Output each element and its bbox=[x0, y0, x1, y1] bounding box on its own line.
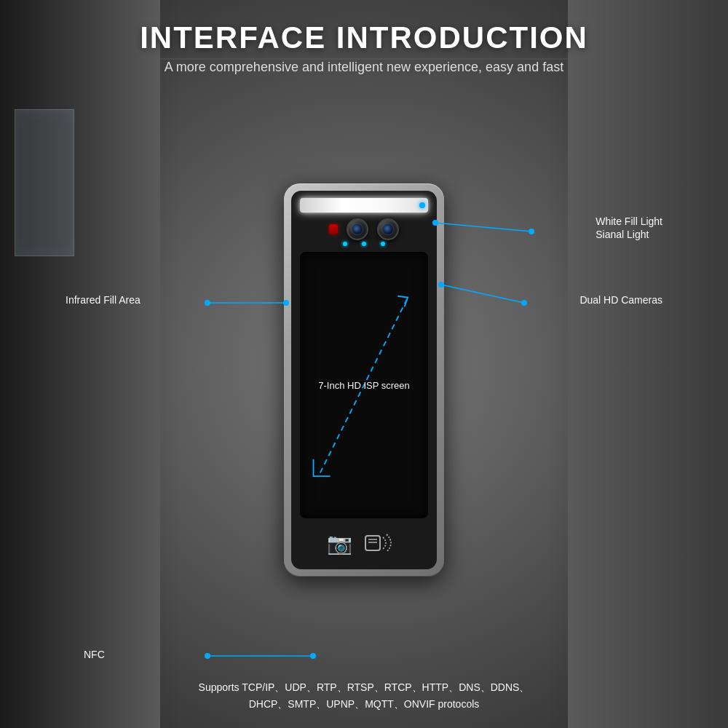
page-content: INTERFACE INTRODUCTION A more comprehens… bbox=[0, 0, 728, 728]
camera-area bbox=[300, 218, 428, 240]
device-inner: 7-Inch HD ISP screen 📷 bbox=[291, 191, 437, 569]
nfc-label: NFC bbox=[84, 649, 105, 660]
svg-point-8 bbox=[521, 300, 527, 306]
footer: Supports TCP/IP、UDP、RTP、RTSP、RTCP、HTTP、D… bbox=[199, 679, 530, 728]
footer-line2: DHCP、SMTP、UPNP、MQTT、ONVIF protocols bbox=[199, 696, 530, 712]
nfc-symbol: 📷 bbox=[327, 531, 351, 555]
nfc-area: 📷 bbox=[300, 524, 428, 562]
ir-ind-dot-3 bbox=[381, 242, 385, 246]
ir-ind-dot-1 bbox=[343, 242, 347, 246]
dual-hd-cameras-label: Dual HD Cameras bbox=[579, 294, 662, 306]
svg-point-10 bbox=[310, 653, 316, 659]
device: 7-Inch HD ISP screen 📷 bbox=[284, 183, 444, 577]
svg-line-6 bbox=[441, 285, 524, 303]
svg-point-5 bbox=[205, 300, 210, 306]
screen-label: 7-Inch HD ISP screen bbox=[318, 380, 409, 391]
subtitle: A more comprehensive and intelligent new… bbox=[140, 60, 588, 75]
diagram-area: White Fill Light Sianal Light Infrared F… bbox=[0, 81, 728, 679]
device-screen: 7-Inch HD ISP screen bbox=[300, 252, 428, 518]
nfc-waves-svg bbox=[351, 529, 402, 558]
main-title: INTERFACE INTRODUCTION bbox=[140, 20, 588, 55]
fill-light-bar bbox=[300, 198, 428, 213]
svg-point-2 bbox=[529, 229, 534, 234]
footer-line1: Supports TCP/IP、UDP、RTP、RTSP、RTCP、HTTP、D… bbox=[199, 679, 530, 695]
ir-dot-left bbox=[329, 224, 338, 234]
infrared-fill-area-label: Infrared Fill Area bbox=[66, 294, 141, 306]
white-fill-light-label: White Fill Light Sianal Light bbox=[596, 215, 662, 240]
svg-rect-13 bbox=[365, 536, 380, 550]
svg-line-0 bbox=[435, 223, 531, 232]
svg-point-11 bbox=[205, 653, 210, 659]
page-header: INTERFACE INTRODUCTION A more comprehens… bbox=[140, 0, 588, 75]
ir-ind-dot-2 bbox=[362, 242, 366, 246]
ir-indicators bbox=[343, 242, 385, 246]
signal-dot bbox=[419, 202, 425, 208]
camera-lens-right bbox=[377, 218, 399, 240]
camera-lens-left bbox=[347, 218, 368, 240]
